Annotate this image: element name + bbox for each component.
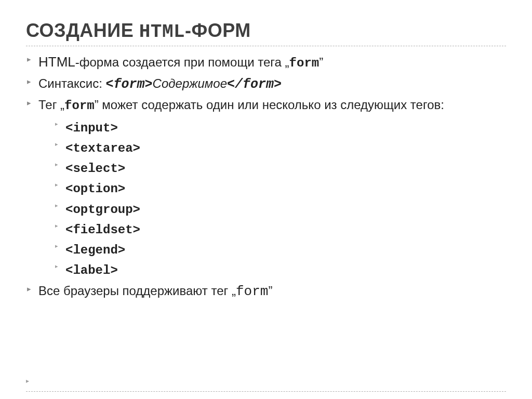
tag-item: <optgroup> (55, 199, 506, 219)
bullet-1: HTML-форма создается при помощи тега „fo… (26, 52, 506, 73)
tag-label: <label> (65, 263, 118, 277)
tag-legend: <legend> (65, 243, 125, 257)
tag-textarea: <textarea> (65, 141, 140, 155)
tag-input: <input> (65, 121, 118, 135)
b3-code: form (64, 99, 95, 113)
tag-item: <textarea> (55, 138, 506, 158)
tag-item: <legend> (55, 240, 506, 260)
tag-optgroup: <optgroup> (65, 203, 140, 217)
title-part1: СОЗДАНИЕ (26, 20, 139, 41)
tag-item: <input> (55, 117, 506, 138)
b2-mid: Содержимое (153, 76, 227, 90)
bullet-3: Тег „form” может содержать один или неск… (26, 96, 506, 280)
b1-code: form (289, 56, 320, 70)
tag-item: <select> (55, 158, 506, 178)
tag-item: <option> (55, 178, 506, 198)
bullet-2: Синтаксис: <form>Содержимое</form> (26, 75, 506, 94)
b2-close: </form> (227, 77, 282, 92)
title-underline (26, 46, 506, 46)
tag-item: <label> (55, 260, 506, 280)
b4-code: form (236, 284, 268, 299)
main-list: HTML-форма создается при помощи тега „fo… (26, 52, 506, 302)
footer-rule (26, 391, 506, 392)
b2-open: <form> (106, 77, 153, 92)
b1-text1: -форма создается при помощи тега „ (75, 55, 289, 69)
tag-option: <option> (65, 182, 125, 196)
title-part2: -ФОРМ (185, 20, 251, 41)
tag-fieldset: <fieldset> (65, 223, 140, 237)
title-code: HTML (139, 21, 185, 43)
tag-select: <select> (65, 162, 125, 176)
tag-item: <fieldset> (55, 219, 506, 240)
b4-t2: ” (268, 284, 272, 298)
slide-title: СОЗДАНИЕ HTML-ФОРМ (26, 20, 506, 43)
empty-bullet-icon: ▸ (26, 377, 29, 384)
b3-t1: Тег „ (38, 98, 64, 112)
b2-label: Синтаксис: (38, 76, 106, 90)
b1-prefix: HTML (38, 54, 75, 70)
bullet-4: Все браузеры поддерживают тег „form” (26, 282, 506, 302)
b3-t2: ” может содержать один или несколько из … (95, 98, 444, 112)
tags-list: <input> <textarea> <select> <option> <op… (38, 117, 506, 281)
b4-t1: Все браузеры поддерживают тег „ (38, 284, 236, 298)
b1-text2: ” (319, 55, 323, 69)
